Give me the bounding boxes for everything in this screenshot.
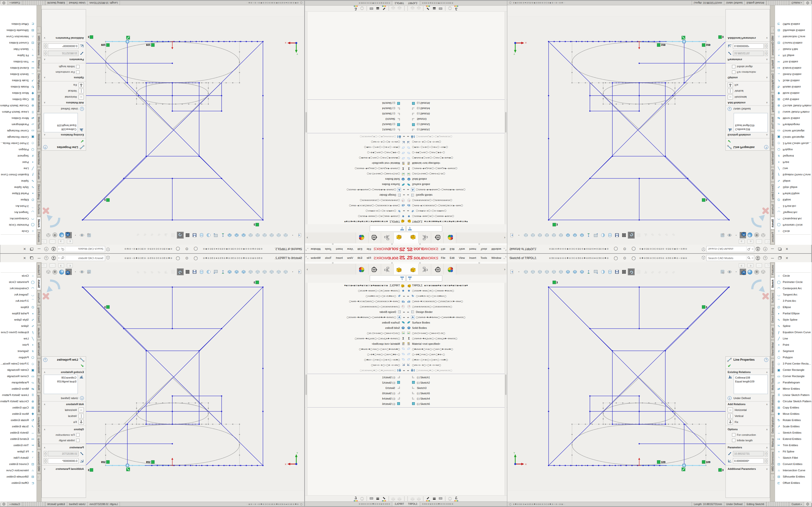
tool-circular-sketch-pattern[interactable]: ⊛Circular Sketch Pattern bbox=[0, 398, 37, 404]
tree-row-history[interactable]: ◂▸↻◯Λ⊛✚25∘Ǝ◯∘◯Ǝ∘25✚⊛Λ◯ bbox=[305, 208, 406, 214]
ghost-grid-icon[interactable] bbox=[170, 232, 176, 238]
tool-mirror-entities[interactable]: ⇄Mirror Entities bbox=[0, 386, 37, 392]
relations-listbox[interactable]: Collinear108 Equal length109 bbox=[734, 375, 768, 394]
ghost-perpendicular-icon[interactable] bbox=[163, 269, 169, 275]
search-input[interactable]: Search CAD Models ▾ bbox=[57, 246, 105, 252]
tab-surfaces[interactable]: Surfaces bbox=[37, 291, 41, 305]
wire-cube-icon[interactable] bbox=[530, 269, 536, 275]
tree-row-plane[interactable]: ◯∘⊚✚◯✳⊛I◯∘◯I⊛✳◯✚⊚∘◯ bbox=[406, 150, 507, 155]
headsup-display-toolbar[interactable]: ▾ bbox=[719, 231, 766, 239]
grid-icon[interactable] bbox=[86, 269, 92, 275]
tree-row-surface-bodies[interactable]: Surface Bodies bbox=[406, 182, 507, 187]
tool-stretch-entities[interactable]: ↔Stretch Entities bbox=[775, 430, 812, 436]
tool-fit-spline[interactable]: ≈Fit Spline bbox=[0, 448, 37, 455]
tree-row-sensors[interactable]: ◯ИN⊚∘✚ƆCƎƐИƎƐ25◯∘◯25ƎƐ⋂ƎƐƆC✚∘⊚NИ◯ bbox=[305, 299, 406, 304]
angle-spinner[interactable]: ▲▼ bbox=[765, 44, 768, 49]
tree-row-surface-bodies[interactable]: Surface Bodies bbox=[406, 320, 507, 325]
tool-3-point-center-recta-[interactable]: ◇3 Point Center Recta... bbox=[0, 140, 37, 147]
wire-cube-icon[interactable] bbox=[544, 232, 550, 238]
tool-spline[interactable]: ∿Spline bbox=[0, 178, 37, 184]
tree-row-design-binder[interactable]: ◂▸Design Binder bbox=[406, 309, 507, 315]
save-icon[interactable] bbox=[614, 232, 620, 238]
tool-corner-rectangle[interactable]: ▭Corner Rectangle bbox=[775, 373, 812, 379]
tree-row-sketch3[interactable]: Sketch3 bbox=[406, 385, 507, 391]
tool-sketch-fillet[interactable]: ◝Sketch Fillet bbox=[775, 455, 812, 461]
tool-offset-entities[interactable]: ⊏Offset Entities bbox=[0, 21, 37, 27]
tree-filter-input[interactable] bbox=[370, 225, 406, 232]
tool-copy-entities[interactable]: ⊞Copy Entities bbox=[0, 404, 37, 411]
tool-linear-sketch-pattern[interactable]: ⠿Linear Sketch Pattern bbox=[775, 109, 812, 115]
shaded-view-pressed-icon[interactable] bbox=[65, 232, 72, 238]
tree-scrollbar[interactable] bbox=[505, 283, 507, 496]
tree-row-sensors[interactable]: ◯ИN⊚∘✚ƆCƎƐИƎƐ25◯∘◯25ƎƐ⋂ƎƐƆC✚∘⊚NИ◯ bbox=[406, 299, 507, 304]
tab-data-migration[interactable]: Data Migration bbox=[770, 415, 775, 436]
solid-cube-icon[interactable] bbox=[226, 232, 233, 238]
tool-equation-driven-curve[interactable]: ƒEquation Driven Curve bbox=[775, 172, 812, 178]
tool-polygon[interactable]: ⬡Polygon bbox=[775, 147, 812, 153]
tool-convert-entities[interactable]: ⊡Convert Entities bbox=[775, 40, 812, 46]
wire-cube-icon[interactable] bbox=[275, 232, 282, 238]
tool-parallelogram[interactable]: ▱Parallelogram bbox=[775, 379, 812, 386]
tab-direct-editing[interactable]: Direct Editing bbox=[37, 305, 41, 325]
save-icon[interactable] bbox=[191, 269, 198, 275]
menu-tools[interactable]: Tools bbox=[478, 248, 489, 251]
tool-circle[interactable]: ○Circle bbox=[0, 273, 37, 279]
menu-file[interactable]: File bbox=[364, 257, 373, 259]
tool-line[interactable]: ╱Line bbox=[775, 335, 812, 342]
tab-markup[interactable]: Markup bbox=[770, 436, 775, 449]
search-dropdown-icon[interactable]: ▾ bbox=[751, 248, 754, 250]
tree-filter-input[interactable] bbox=[406, 225, 442, 232]
tree-row-t-pdl2-[interactable]: TЯPDL2.◉ƎƐ◉Ɯ◉◉◉✚◉ƆC◉ƎƐ◉✚◉Ƨ5◉●◉ƎƐ◉✚ bbox=[305, 283, 406, 288]
dimension-tags[interactable]: 3 3 3 109 109 bbox=[553, 281, 723, 471]
tree-row-palette[interactable]: ◯25∙⋂✳⊙ΑM◯∘◯MΑ⊙✳⋂∙25◯ bbox=[406, 171, 507, 176]
tree-icon[interactable] bbox=[381, 232, 394, 243]
angle-parameter[interactable]: 0.00000000° ▲▼ bbox=[726, 457, 770, 464]
update-screen-icon[interactable] bbox=[593, 269, 599, 275]
pm-ok-button[interactable]: ✔ bbox=[42, 138, 86, 144]
add-relation-vertical[interactable]: │ Vertical bbox=[42, 88, 86, 94]
menu-insert[interactable]: Insert bbox=[334, 257, 345, 259]
tree-row--sketch4[interactable]: (-) Sketch4 bbox=[305, 106, 406, 111]
tool-circle[interactable]: ○Circle bbox=[0, 228, 37, 234]
tree-icon[interactable] bbox=[418, 264, 431, 275]
help-icon[interactable]: ? bbox=[761, 246, 769, 252]
tool-intersection-curve[interactable]: ∩Intersection Curve bbox=[775, 467, 812, 473]
section-half-icon[interactable] bbox=[600, 269, 606, 275]
tab-markup[interactable]: Markup bbox=[37, 436, 41, 449]
part-active-icon[interactable] bbox=[406, 232, 418, 243]
shaded-view-pressed-icon[interactable] bbox=[740, 269, 746, 275]
tab-direct-editing[interactable]: Direct Editing bbox=[770, 305, 775, 325]
wire-cube-icon[interactable] bbox=[537, 269, 543, 275]
close-icon[interactable]: ✕ bbox=[783, 246, 791, 252]
dimension-tags[interactable]: 3 3 3 109 109 bbox=[88, 36, 259, 226]
tool-3-point-center-recta-[interactable]: ◇3 Point Center Recta... bbox=[775, 360, 812, 367]
add-relation-fix[interactable]: Fix bbox=[42, 82, 86, 88]
tool-linear-sketch-pattern[interactable]: ⠿Linear Sketch Pattern bbox=[775, 392, 812, 398]
ghost-icon[interactable] bbox=[656, 232, 663, 238]
grid-icon[interactable] bbox=[719, 269, 726, 275]
line-thickness-icon[interactable] bbox=[432, 496, 437, 501]
existing-relations-header[interactable]: Existing Relations ∧ bbox=[42, 132, 86, 137]
globe-icon[interactable] bbox=[804, 502, 811, 506]
tab-markup[interactable]: Markup bbox=[37, 58, 41, 71]
ghost-perpendicular-icon[interactable] bbox=[642, 232, 649, 238]
relation-item[interactable]: Equal length109 bbox=[45, 380, 77, 383]
tab-mbd-dimensions[interactable]: MBD Dimensions bbox=[37, 450, 41, 473]
tool-rotate-entities[interactable]: ↻Rotate Entities bbox=[0, 417, 37, 423]
sketch-geometry[interactable] bbox=[83, 42, 263, 220]
tab-surfaces[interactable]: Surfaces bbox=[770, 291, 775, 305]
tab-data-migration[interactable]: Data Migration bbox=[37, 71, 41, 92]
additional-parameters-header[interactable]: Additional Parameters ∨ bbox=[42, 36, 86, 41]
infinite-length-checkbox[interactable]: Infinite length bbox=[42, 64, 86, 69]
tree-row-sigma[interactable]: Σ◯25ИN⊚∘✚Α⋃ƄƎƐ◯∘◯ƎƐƄ⋃Α✚∘⊚NИ25◯ bbox=[406, 166, 507, 171]
ghost-layers-icon[interactable] bbox=[391, 6, 396, 11]
tree-scrollbar[interactable] bbox=[305, 283, 307, 496]
ghost-grid-icon[interactable] bbox=[636, 269, 642, 275]
selected-endpoint-handle[interactable] bbox=[683, 464, 686, 467]
search-dropdown-icon[interactable]: ▾ bbox=[751, 257, 754, 259]
tool-centerpoint-arc[interactable]: ◠Centerpoint Arc bbox=[0, 216, 37, 222]
ghost-layers-icon[interactable] bbox=[397, 496, 402, 501]
headsup-toolbar[interactable]: ▾ bbox=[509, 268, 677, 276]
add-relation-fix[interactable]: Fix bbox=[726, 82, 770, 88]
tab--[interactable]: ... bbox=[37, 27, 41, 33]
